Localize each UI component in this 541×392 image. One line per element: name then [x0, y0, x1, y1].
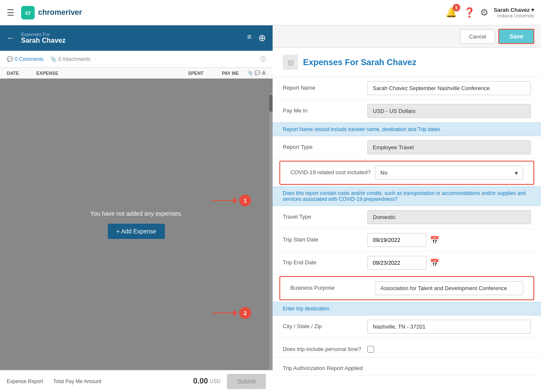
trip-end-calendar-icon[interactable]: 📅	[430, 258, 439, 268]
travel-type-field	[367, 210, 531, 224]
app-logo[interactable]: cr chromeriver	[21, 6, 82, 19]
left-panel: ← Expenses For Sarah Chavez ≡ ⊕ 💬 0 Comm…	[0, 25, 273, 392]
right-panel-wrapper: Cancel Save 3 ▤	[273, 25, 541, 392]
business-purpose-row: Business Purpose	[279, 276, 534, 300]
expense-empty-area: You have not added any expenses. + Add E…	[0, 79, 273, 370]
user-name: Sarah Chavez ▾	[494, 7, 534, 13]
left-header: ← Expenses For Sarah Chavez ≡ ⊕	[0, 25, 273, 51]
left-subheader: 💬 0 Comments 📎 0 Attachments ⓘ	[0, 51, 273, 68]
trip-end-row: Trip End Date 📅	[273, 252, 541, 274]
callout-1: 1	[212, 195, 251, 206]
col-payme-header: PAY ME	[222, 71, 247, 76]
comment-icon: 💬	[7, 56, 13, 62]
right-toolbar: Cancel Save 3	[273, 25, 541, 48]
attachment-icon: 📎	[50, 56, 57, 62]
logo-text: chromeriver	[38, 8, 82, 17]
save-button-wrapper: Save 3	[498, 29, 534, 44]
form-panel: ▤ Expenses For Sarah Chavez Report Name	[273, 48, 541, 392]
business-purpose-label: Business Purpose	[290, 281, 375, 291]
travel-type-label: Travel Type	[283, 210, 367, 220]
form-header: ▤ Expenses For Sarah Chavez	[273, 48, 541, 77]
left-footer: Expense Report Total Pay Me Amount 0.00 …	[0, 370, 273, 392]
form-header-icon: ▤	[283, 55, 298, 70]
user-org: Indiana University	[497, 13, 534, 18]
trip-auth-label: Trip Authorization Report Applied	[283, 362, 367, 371]
add-expense-button[interactable]: + Add Expense	[108, 224, 165, 239]
report-name-field[interactable]	[367, 81, 531, 95]
total-pay-label: Total Pay Me Amount	[53, 378, 101, 384]
report-type-label: Report Type	[283, 140, 367, 150]
col-expense-header: EXPENSE	[36, 71, 188, 76]
user-menu[interactable]: Sarah Chavez ▾ Indiana University	[494, 7, 534, 18]
personal-time-checkbox[interactable]	[367, 346, 374, 353]
trip-start-input[interactable]	[367, 233, 426, 247]
comments-label: 0 Comments	[15, 56, 44, 62]
expense-table-header: DATE EXPENSE SPENT PAY ME 📎 💬 ⚠	[0, 68, 273, 79]
report-type-input	[367, 140, 531, 154]
comments-button[interactable]: 💬 0 Comments	[7, 56, 44, 62]
trip-start-calendar-icon[interactable]: 📅	[430, 236, 439, 245]
notification-badge: 5	[453, 4, 460, 11]
person-name: Sarah Chavez	[21, 37, 247, 44]
pay-me-in-row: Pay Me In	[273, 100, 541, 123]
save-button[interactable]: Save	[498, 29, 534, 44]
back-button[interactable]: ←	[7, 34, 14, 43]
empty-text: You have not added any expenses.	[90, 210, 182, 217]
covid-field[interactable]: No Yes ▼	[375, 166, 523, 180]
cancel-button[interactable]: Cancel	[460, 30, 495, 44]
col-icons-header: 📎 💬 ⚠	[247, 70, 266, 76]
report-name-input[interactable]	[367, 81, 531, 95]
main-area: ← Expenses For Sarah Chavez ≡ ⊕ 💬 0 Comm…	[0, 25, 541, 392]
personal-time-label: Does trip include personal time?	[283, 343, 367, 352]
report-name-row: Report Name	[273, 77, 541, 100]
logo-icon: cr	[21, 6, 35, 19]
expenses-for-label: Expenses For	[21, 32, 247, 37]
city-state-zip-input[interactable]	[367, 320, 531, 334]
col-date-header: DATE	[7, 71, 36, 76]
attachments-label: 0 Attachments	[58, 56, 90, 62]
trip-auth-row: Trip Authorization Report Applied	[273, 357, 541, 376]
trip-start-label: Trip Start Date	[283, 233, 367, 243]
total-amount: 0.00	[193, 377, 208, 386]
annotation-badge-2: 2	[239, 307, 251, 319]
covid-label: COVID-19 related cost included?	[290, 166, 375, 175]
report-name-label: Report Name	[283, 81, 367, 91]
info-icon[interactable]: ⓘ	[260, 55, 266, 63]
city-state-zip-field[interactable]	[367, 320, 531, 334]
personal-time-field[interactable]	[367, 343, 531, 353]
trip-start-field[interactable]: 📅	[367, 233, 531, 247]
form-title: Expenses For Sarah Chavez	[303, 58, 416, 67]
covid-select[interactable]: No Yes	[375, 166, 523, 180]
covid-hint: Does this report contain costs and/or cr…	[273, 186, 541, 206]
callout-2: 2	[212, 307, 251, 319]
trip-end-input[interactable]	[367, 256, 426, 270]
add-button[interactable]: ⊕	[258, 33, 266, 44]
pay-me-in-input	[367, 104, 531, 118]
filter-button[interactable]: ≡	[247, 33, 251, 44]
header-info: Expenses For Sarah Chavez	[21, 32, 247, 44]
business-purpose-input[interactable]	[375, 281, 523, 295]
attachments-button[interactable]: 📎 0 Attachments	[50, 56, 90, 62]
pay-me-in-field	[367, 104, 531, 118]
pay-me-in-label: Pay Me In	[283, 104, 367, 114]
trip-start-row: Trip Start Date 📅	[273, 229, 541, 252]
report-name-hint: Report Name should include traveler name…	[273, 123, 541, 136]
currency-label: USD	[210, 378, 220, 384]
annotation-badge-1: 1	[239, 195, 251, 206]
notification-bell[interactable]: 🔔 5	[445, 7, 457, 18]
business-purpose-field[interactable]	[375, 281, 523, 295]
help-icon[interactable]: ❓	[464, 7, 475, 18]
hamburger-menu[interactable]: ☰	[7, 8, 14, 18]
settings-icon[interactable]: ⚙	[480, 7, 489, 18]
header-actions: ≡ ⊕	[247, 33, 266, 44]
trip-end-field[interactable]: 📅	[367, 256, 531, 270]
travel-type-row: Travel Type	[273, 206, 541, 229]
form-body: Report Name Pay Me In Report Name shoul	[273, 77, 541, 386]
destination-hint: Enter trip destination	[273, 302, 541, 315]
city-state-zip-row: City / State / Zip	[273, 315, 541, 338]
right-panel: Cancel Save 3 ▤	[273, 25, 541, 392]
city-state-zip-label: City / State / Zip	[283, 320, 367, 329]
submit-button: Submit	[227, 374, 266, 389]
trip-end-label: Trip End Date	[283, 256, 367, 266]
footer-label: Expense Report	[7, 378, 43, 384]
